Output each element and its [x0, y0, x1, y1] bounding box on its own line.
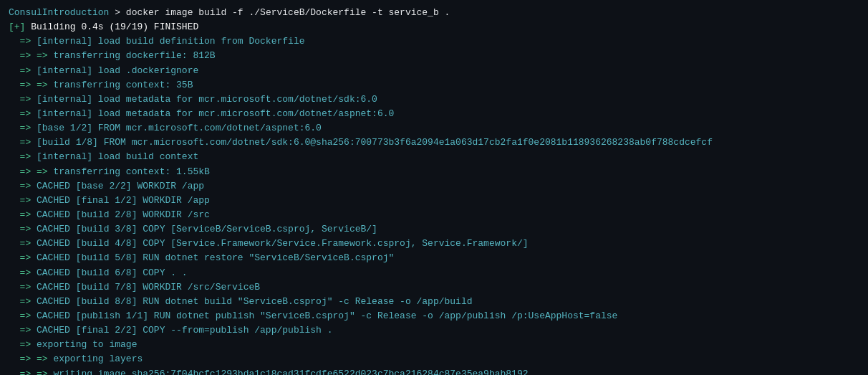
- prompt-command: docker image build -f ./ServiceB/Dockerf…: [126, 7, 450, 18]
- prompt-path: ConsulIntroduction: [9, 7, 109, 18]
- line-4: => => transferring context: 35B: [9, 78, 859, 92]
- line-11: => CACHED [base 2/2] WORKDIR /app: [9, 179, 859, 194]
- line-14: => CACHED [build 3/8] COPY [ServiceB/Ser…: [9, 222, 859, 237]
- line-18: => CACHED [build 7/8] WORKDIR /src/Servi…: [9, 280, 859, 295]
- line-17: => CACHED [build 6/8] COPY . .: [9, 266, 859, 280]
- line-23: => => exporting layers: [9, 352, 859, 366]
- building-line: [+] Building 0.4s (19/19) FINISHED: [9, 20, 859, 34]
- line-7: => [base 1/2] FROM mcr.microsoft.com/dot…: [9, 121, 859, 136]
- prompt-line: ConsulIntroduction > docker image build …: [9, 6, 859, 20]
- line-10: => => transferring context: 1.55kB: [9, 165, 859, 179]
- terminal: ConsulIntroduction > docker image build …: [0, 0, 868, 375]
- line-20: => CACHED [publish 1/1] RUN dotnet publi…: [9, 309, 859, 323]
- line-2: => => transferring dockerfile: 812B: [9, 49, 859, 63]
- building-bracket: [+]: [9, 22, 25, 32]
- line-13: => CACHED [build 2/8] WORKDIR /src: [9, 208, 859, 222]
- line-16: => CACHED [build 5/8] RUN dotnet restore…: [9, 251, 859, 265]
- line-15: => CACHED [build 4/8] COPY [Service.Fram…: [9, 237, 859, 251]
- line-3: => [internal] load .dockerignore: [9, 64, 859, 78]
- line-6: => [internal] load metadata for mcr.micr…: [9, 107, 859, 121]
- line-12: => CACHED [final 1/2] WORKDIR /app: [9, 194, 859, 208]
- line-19: => CACHED [build 8/8] RUN dotnet build "…: [9, 295, 859, 309]
- line-21: => CACHED [final 2/2] COPY --from=publis…: [9, 323, 859, 338]
- line-22: => exporting to image: [9, 338, 859, 352]
- prompt-separator: >: [109, 7, 125, 18]
- line-5: => [internal] load metadata for mcr.micr…: [9, 92, 859, 107]
- line-24: => => writing image sha256:7f04bcfc1293b…: [9, 367, 859, 375]
- line-9: => [internal] load build context: [9, 150, 859, 164]
- line-1: => [internal] load build definition from…: [9, 34, 859, 49]
- building-text: Building 0.4s (19/19) FINISHED: [25, 22, 198, 32]
- line-8: => [build 1/8] FROM mcr.microsoft.com/do…: [9, 136, 859, 150]
